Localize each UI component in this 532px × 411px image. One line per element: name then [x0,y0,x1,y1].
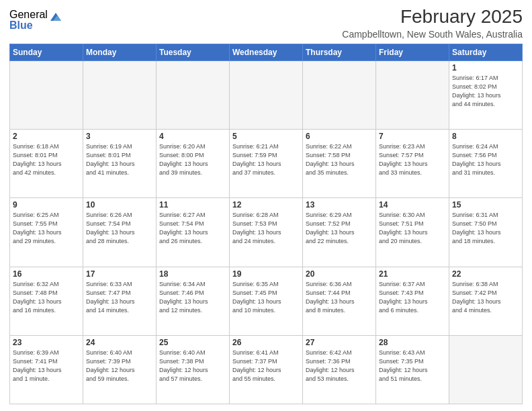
day-number: 19 [232,269,300,279]
calendar-cell [230,60,303,129]
day-number: 21 [379,269,446,279]
logo: General Blue [9,9,62,31]
day-info: Sunrise: 6:22 AMSunset: 7:58 PMDaylight:… [306,142,373,177]
day-number: 14 [379,200,446,210]
day-number: 17 [86,269,153,279]
day-number: 22 [452,269,519,279]
header: General Blue February 2025 Campbelltown,… [9,7,523,40]
calendar-cell: 1Sunrise: 6:17 AMSunset: 8:02 PMDaylight… [449,60,523,129]
calendar-week-row: 2Sunrise: 6:18 AMSunset: 8:01 PMDaylight… [10,130,523,198]
day-info: Sunrise: 6:29 AMSunset: 7:52 PMDaylight:… [306,211,373,246]
day-info: Sunrise: 6:42 AMSunset: 7:36 PMDaylight:… [306,349,373,383]
logo-blue: Blue [9,20,48,31]
day-info: Sunrise: 6:17 AMSunset: 8:02 PMDaylight:… [452,74,519,109]
day-number: 8 [452,132,519,141]
day-number: 23 [13,338,80,347]
day-of-week-thursday: Thursday [303,44,376,60]
calendar-cell: 18Sunrise: 6:34 AMSunset: 7:46 PMDayligh… [157,267,230,335]
day-number: 13 [306,200,373,210]
day-info: Sunrise: 6:33 AMSunset: 7:47 PMDaylight:… [86,280,153,315]
day-number: 18 [159,269,226,279]
page: General Blue February 2025 Campbelltown,… [0,0,532,411]
day-number: 15 [452,200,519,210]
calendar-table: SundayMondayTuesdayWednesdayThursdayFrid… [9,44,523,404]
calendar-week-row: 23Sunrise: 6:39 AMSunset: 7:41 PMDayligh… [10,335,523,404]
calendar-cell [376,60,449,129]
day-info: Sunrise: 6:18 AMSunset: 8:01 PMDaylight:… [13,142,80,177]
day-info: Sunrise: 6:39 AMSunset: 7:41 PMDaylight:… [13,349,80,383]
calendar-cell: 13Sunrise: 6:29 AMSunset: 7:52 PMDayligh… [303,198,376,267]
day-info: Sunrise: 6:27 AMSunset: 7:54 PMDaylight:… [159,211,226,246]
day-number: 28 [379,338,446,347]
day-info: Sunrise: 6:25 AMSunset: 7:55 PMDaylight:… [13,211,80,246]
logo-text: General Blue [9,9,48,31]
day-number: 25 [159,338,226,347]
calendar-cell: 25Sunrise: 6:40 AMSunset: 7:38 PMDayligh… [157,335,230,404]
day-info: Sunrise: 6:36 AMSunset: 7:44 PMDaylight:… [306,280,373,315]
day-number: 4 [159,132,226,141]
day-number: 16 [13,269,80,279]
day-number: 24 [86,338,153,347]
day-info: Sunrise: 6:41 AMSunset: 7:37 PMDaylight:… [232,349,300,383]
day-number: 6 [306,132,373,141]
location-title: Campbelltown, New South Wales, Australia [342,29,523,40]
calendar-cell: 17Sunrise: 6:33 AMSunset: 7:47 PMDayligh… [83,267,157,335]
day-number: 26 [232,338,300,347]
day-info: Sunrise: 6:21 AMSunset: 7:59 PMDaylight:… [232,142,300,177]
calendar-cell: 15Sunrise: 6:31 AMSunset: 7:50 PMDayligh… [449,198,523,267]
day-number: 7 [379,132,446,141]
day-info: Sunrise: 6:31 AMSunset: 7:50 PMDaylight:… [452,211,519,246]
calendar-cell: 14Sunrise: 6:30 AMSunset: 7:51 PMDayligh… [376,198,449,267]
calendar-cell: 12Sunrise: 6:28 AMSunset: 7:53 PMDayligh… [230,198,303,267]
logo-general: General [9,9,48,20]
calendar-cell: 6Sunrise: 6:22 AMSunset: 7:58 PMDaylight… [303,130,376,198]
calendar-cell: 11Sunrise: 6:27 AMSunset: 7:54 PMDayligh… [157,198,230,267]
calendar-cell [10,60,83,129]
day-number: 12 [232,200,300,210]
day-number: 1 [452,63,519,73]
day-number: 3 [86,132,153,141]
day-number: 5 [232,132,300,141]
day-of-week-sunday: Sunday [10,44,83,60]
calendar-cell: 2Sunrise: 6:18 AMSunset: 8:01 PMDaylight… [10,130,83,198]
month-title: February 2025 [342,7,523,28]
calendar-header-row: SundayMondayTuesdayWednesdayThursdayFrid… [10,44,523,60]
day-info: Sunrise: 6:38 AMSunset: 7:42 PMDaylight:… [452,280,519,315]
day-number: 10 [86,200,153,210]
day-info: Sunrise: 6:40 AMSunset: 7:38 PMDaylight:… [159,349,226,383]
day-info: Sunrise: 6:35 AMSunset: 7:45 PMDaylight:… [232,280,300,315]
calendar-week-row: 16Sunrise: 6:32 AMSunset: 7:48 PMDayligh… [10,267,523,335]
calendar-cell [83,60,157,129]
calendar-cell: 26Sunrise: 6:41 AMSunset: 7:37 PMDayligh… [230,335,303,404]
calendar-cell: 4Sunrise: 6:20 AMSunset: 8:00 PMDaylight… [157,130,230,198]
calendar-cell: 23Sunrise: 6:39 AMSunset: 7:41 PMDayligh… [10,335,83,404]
day-info: Sunrise: 6:19 AMSunset: 8:01 PMDaylight:… [86,142,153,177]
day-info: Sunrise: 6:24 AMSunset: 7:56 PMDaylight:… [452,142,519,177]
logo-icon [49,10,62,24]
title-block: February 2025 Campbelltown, New South Wa… [342,7,523,40]
calendar-cell: 24Sunrise: 6:40 AMSunset: 7:39 PMDayligh… [83,335,157,404]
day-number: 9 [13,200,80,210]
day-info: Sunrise: 6:30 AMSunset: 7:51 PMDaylight:… [379,211,446,246]
day-number: 27 [306,338,373,347]
day-number: 11 [159,200,226,210]
day-of-week-monday: Monday [83,44,157,60]
day-info: Sunrise: 6:43 AMSunset: 7:35 PMDaylight:… [379,349,446,383]
calendar-cell: 16Sunrise: 6:32 AMSunset: 7:48 PMDayligh… [10,267,83,335]
calendar-cell [303,60,376,129]
calendar-week-row: 9Sunrise: 6:25 AMSunset: 7:55 PMDaylight… [10,198,523,267]
calendar-cell: 22Sunrise: 6:38 AMSunset: 7:42 PMDayligh… [449,267,523,335]
day-of-week-wednesday: Wednesday [230,44,303,60]
calendar-week-row: 1Sunrise: 6:17 AMSunset: 8:02 PMDaylight… [10,60,523,129]
calendar-cell [449,335,523,404]
day-of-week-tuesday: Tuesday [157,44,230,60]
day-info: Sunrise: 6:20 AMSunset: 8:00 PMDaylight:… [159,142,226,177]
calendar-cell: 28Sunrise: 6:43 AMSunset: 7:35 PMDayligh… [376,335,449,404]
calendar-cell: 3Sunrise: 6:19 AMSunset: 8:01 PMDaylight… [83,130,157,198]
day-number: 20 [306,269,373,279]
calendar-cell: 5Sunrise: 6:21 AMSunset: 7:59 PMDaylight… [230,130,303,198]
day-of-week-friday: Friday [376,44,449,60]
day-info: Sunrise: 6:23 AMSunset: 7:57 PMDaylight:… [379,142,446,177]
calendar-cell: 9Sunrise: 6:25 AMSunset: 7:55 PMDaylight… [10,198,83,267]
calendar-cell: 19Sunrise: 6:35 AMSunset: 7:45 PMDayligh… [230,267,303,335]
